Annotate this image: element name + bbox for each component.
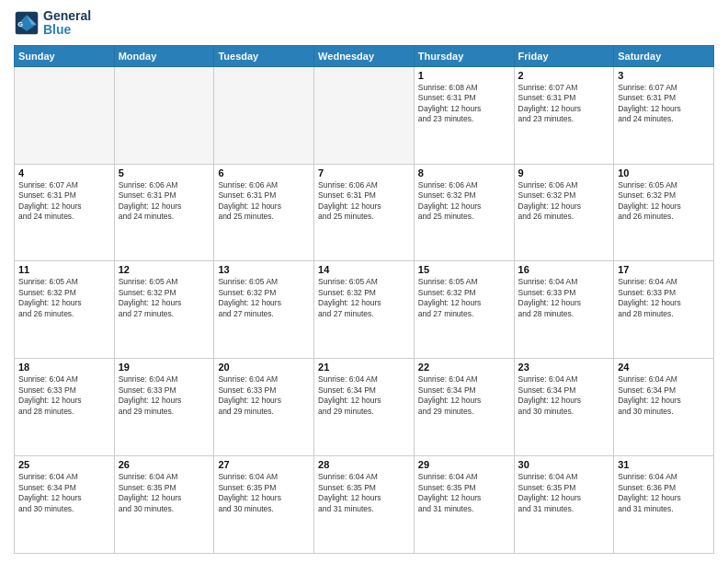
day-number: 1 [418, 70, 510, 81]
day-number: 19 [119, 362, 210, 373]
calendar-cell: 21Sunrise: 6:04 AM Sunset: 6:34 PM Dayli… [314, 359, 415, 456]
calendar-cell: 12Sunrise: 6:05 AM Sunset: 6:32 PM Dayli… [114, 261, 214, 359]
calendar-cell: 20Sunrise: 6:04 AM Sunset: 6:33 PM Dayli… [214, 359, 314, 456]
day-info: Sunrise: 6:04 AM Sunset: 6:35 PM Dayligh… [518, 472, 610, 514]
day-number: 6 [218, 167, 310, 178]
day-number: 16 [518, 264, 610, 275]
logo-line2: Blue [43, 23, 91, 37]
calendar-row-2: 11Sunrise: 6:05 AM Sunset: 6:32 PM Dayli… [15, 261, 714, 359]
day-number: 11 [18, 264, 110, 275]
calendar-cell [314, 66, 415, 164]
day-number: 18 [18, 362, 110, 373]
day-info: Sunrise: 6:05 AM Sunset: 6:32 PM Dayligh… [318, 277, 410, 319]
day-info: Sunrise: 6:04 AM Sunset: 6:34 PM Dayligh… [418, 374, 510, 417]
day-number: 8 [418, 167, 510, 178]
weekday-header-row: Sunday Monday Tuesday Wednesday Thursday… [15, 45, 714, 66]
page: G General Blue Sunday Monday Tuesday Wed… [0, 0, 728, 563]
day-info: Sunrise: 6:04 AM Sunset: 6:36 PM Dayligh… [618, 472, 710, 514]
calendar-cell: 3Sunrise: 6:07 AM Sunset: 6:31 PM Daylig… [614, 66, 714, 164]
calendar-table: Sunday Monday Tuesday Wednesday Thursday… [14, 45, 714, 554]
calendar-cell: 5Sunrise: 6:06 AM Sunset: 6:31 PM Daylig… [114, 164, 214, 261]
calendar-cell: 31Sunrise: 6:04 AM Sunset: 6:36 PM Dayli… [614, 456, 714, 554]
day-info: Sunrise: 6:07 AM Sunset: 6:31 PM Dayligh… [18, 180, 110, 223]
day-number: 15 [418, 264, 510, 275]
day-number: 31 [618, 459, 710, 470]
calendar-cell: 28Sunrise: 6:04 AM Sunset: 6:35 PM Dayli… [314, 456, 415, 554]
day-number: 24 [618, 362, 710, 373]
day-number: 25 [18, 459, 110, 470]
day-info: Sunrise: 6:07 AM Sunset: 6:31 PM Dayligh… [618, 83, 710, 125]
col-thursday: Thursday [414, 45, 514, 66]
calendar-cell: 26Sunrise: 6:04 AM Sunset: 6:35 PM Dayli… [114, 456, 214, 554]
day-info: Sunrise: 6:04 AM Sunset: 6:33 PM Dayligh… [218, 374, 310, 417]
day-number: 2 [518, 70, 610, 81]
day-number: 29 [418, 459, 510, 470]
header: G General Blue [14, 9, 714, 38]
calendar-cell: 29Sunrise: 6:04 AM Sunset: 6:35 PM Dayli… [414, 456, 514, 554]
day-info: Sunrise: 6:07 AM Sunset: 6:31 PM Dayligh… [518, 83, 610, 125]
day-number: 3 [618, 70, 710, 81]
col-friday: Friday [514, 45, 614, 66]
calendar-row-4: 25Sunrise: 6:04 AM Sunset: 6:34 PM Dayli… [15, 456, 714, 554]
day-info: Sunrise: 6:04 AM Sunset: 6:34 PM Dayligh… [18, 472, 110, 514]
day-number: 28 [318, 459, 410, 470]
day-number: 23 [518, 362, 610, 373]
calendar-cell: 17Sunrise: 6:04 AM Sunset: 6:33 PM Dayli… [614, 261, 714, 359]
day-number: 9 [518, 167, 610, 178]
calendar-cell: 2Sunrise: 6:07 AM Sunset: 6:31 PM Daylig… [514, 66, 614, 164]
logo: G General Blue [14, 9, 91, 38]
svg-text:G: G [17, 21, 23, 28]
calendar-cell: 4Sunrise: 6:07 AM Sunset: 6:31 PM Daylig… [15, 164, 115, 261]
calendar-cell: 16Sunrise: 6:04 AM Sunset: 6:33 PM Dayli… [514, 261, 614, 359]
calendar-cell: 25Sunrise: 6:04 AM Sunset: 6:34 PM Dayli… [15, 456, 115, 554]
day-info: Sunrise: 6:04 AM Sunset: 6:33 PM Dayligh… [518, 277, 610, 319]
col-sunday: Sunday [15, 45, 115, 66]
day-info: Sunrise: 6:06 AM Sunset: 6:32 PM Dayligh… [418, 180, 510, 223]
calendar-cell [114, 66, 214, 164]
day-info: Sunrise: 6:04 AM Sunset: 6:35 PM Dayligh… [119, 472, 210, 514]
logo-icon: G [14, 10, 40, 36]
calendar-cell: 18Sunrise: 6:04 AM Sunset: 6:33 PM Dayli… [15, 359, 115, 456]
calendar-cell: 8Sunrise: 6:06 AM Sunset: 6:32 PM Daylig… [414, 164, 514, 261]
calendar-cell: 7Sunrise: 6:06 AM Sunset: 6:31 PM Daylig… [314, 164, 415, 261]
calendar-row-1: 4Sunrise: 6:07 AM Sunset: 6:31 PM Daylig… [15, 164, 714, 261]
calendar-row-0: 1Sunrise: 6:08 AM Sunset: 6:31 PM Daylig… [15, 66, 714, 164]
calendar-cell: 6Sunrise: 6:06 AM Sunset: 6:31 PM Daylig… [214, 164, 314, 261]
day-info: Sunrise: 6:04 AM Sunset: 6:35 PM Dayligh… [418, 472, 510, 514]
day-number: 13 [218, 264, 310, 275]
calendar-cell: 19Sunrise: 6:04 AM Sunset: 6:33 PM Dayli… [114, 359, 214, 456]
day-number: 21 [318, 362, 410, 373]
calendar-cell: 23Sunrise: 6:04 AM Sunset: 6:34 PM Dayli… [514, 359, 614, 456]
day-number: 27 [218, 459, 310, 470]
day-number: 22 [418, 362, 510, 373]
calendar-cell: 13Sunrise: 6:05 AM Sunset: 6:32 PM Dayli… [214, 261, 314, 359]
day-info: Sunrise: 6:05 AM Sunset: 6:32 PM Dayligh… [618, 180, 710, 223]
day-info: Sunrise: 6:04 AM Sunset: 6:34 PM Dayligh… [318, 374, 410, 417]
day-info: Sunrise: 6:05 AM Sunset: 6:32 PM Dayligh… [218, 277, 310, 319]
day-info: Sunrise: 6:05 AM Sunset: 6:32 PM Dayligh… [18, 277, 110, 319]
day-number: 4 [18, 167, 110, 178]
day-info: Sunrise: 6:04 AM Sunset: 6:33 PM Dayligh… [618, 277, 710, 319]
day-number: 30 [518, 459, 610, 470]
day-number: 17 [618, 264, 710, 275]
calendar-cell [214, 66, 314, 164]
day-number: 12 [119, 264, 210, 275]
day-info: Sunrise: 6:08 AM Sunset: 6:31 PM Dayligh… [418, 83, 510, 125]
calendar-cell [15, 66, 115, 164]
col-tuesday: Tuesday [214, 45, 314, 66]
calendar-cell: 10Sunrise: 6:05 AM Sunset: 6:32 PM Dayli… [614, 164, 714, 261]
day-number: 10 [618, 167, 710, 178]
day-number: 14 [318, 264, 410, 275]
calendar-row-3: 18Sunrise: 6:04 AM Sunset: 6:33 PM Dayli… [15, 359, 714, 456]
day-number: 20 [218, 362, 310, 373]
calendar-cell: 22Sunrise: 6:04 AM Sunset: 6:34 PM Dayli… [414, 359, 514, 456]
day-info: Sunrise: 6:04 AM Sunset: 6:34 PM Dayligh… [518, 374, 610, 417]
day-info: Sunrise: 6:06 AM Sunset: 6:31 PM Dayligh… [218, 180, 310, 223]
day-info: Sunrise: 6:04 AM Sunset: 6:33 PM Dayligh… [119, 374, 210, 417]
day-info: Sunrise: 6:05 AM Sunset: 6:32 PM Dayligh… [119, 277, 210, 319]
calendar-cell: 15Sunrise: 6:05 AM Sunset: 6:32 PM Dayli… [414, 261, 514, 359]
calendar-cell: 11Sunrise: 6:05 AM Sunset: 6:32 PM Dayli… [15, 261, 115, 359]
day-info: Sunrise: 6:04 AM Sunset: 6:34 PM Dayligh… [618, 374, 710, 417]
day-info: Sunrise: 6:04 AM Sunset: 6:35 PM Dayligh… [218, 472, 310, 514]
col-monday: Monday [114, 45, 214, 66]
